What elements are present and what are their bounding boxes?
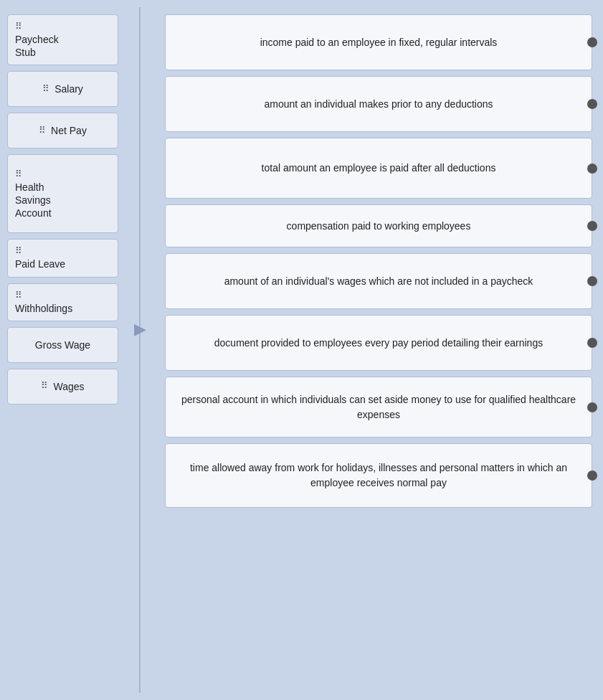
def-card-paycheck[interactable]: document provided to employees every pay… [165,315,592,371]
term-label-wages: Wages [53,380,84,393]
connector-dot-hsa [587,402,597,412]
drag-icon-salary: ⠿ [42,83,50,94]
def-text-net: total amount an employee is paid after a… [262,161,496,176]
term-wages[interactable]: ⠿ Wages [7,369,118,405]
connector-dot-gross [587,99,597,109]
def-card-hsa[interactable]: personal account in which individuals ca… [165,377,592,438]
def-card-withholdings[interactable]: amount of an individual's wages which ar… [165,253,592,309]
drag-icon-net-pay: ⠿ [39,125,47,136]
def-card-wages[interactable]: compensation paid to working employees [165,204,592,247]
drag-icon-health-savings: ⠿ [15,169,23,179]
def-card-salary[interactable]: income paid to an employee in fixed, reg… [165,14,592,70]
term-label-salary: Salary [54,82,83,95]
connector-dot-net [587,164,597,174]
terms-column: ⠿ PaycheckStub ⠿ Salary ⠿ Net Pay ⠿ Heal… [0,7,125,693]
def-text-salary: income paid to an employee in fixed, reg… [260,35,498,50]
term-paid-leave[interactable]: ⠿ Paid Leave [7,239,118,277]
term-label-health-savings: HealthSavingsAccount [15,181,52,220]
connector-dot-paycheck [587,338,597,348]
def-text-wages: compensation paid to working employees [287,219,471,234]
def-card-paid-leave[interactable]: time allowed away from work for holidays… [165,443,592,508]
term-health-savings[interactable]: ⠿ HealthSavingsAccount [7,154,118,233]
def-text-withholdings: amount of an individual's wages which ar… [224,274,533,289]
def-card-gross[interactable]: amount an individual makes prior to any … [165,76,592,132]
def-text-gross: amount an individual makes prior to any … [264,97,493,112]
connector-dot-wages [587,221,597,231]
drag-icon-paid-leave: ⠿ [15,245,23,256]
term-label-net-pay: Net Pay [51,124,87,137]
def-text-paycheck: document provided to employees every pay… [214,336,543,351]
term-label-gross-wage: Gross Wage [35,339,90,351]
middle-divider: ▶ [125,7,154,693]
term-salary[interactable]: ⠿ Salary [7,71,118,107]
term-label-paid-leave: Paid Leave [15,257,65,270]
term-gross-wage[interactable]: Gross Wage [7,327,118,363]
drag-icon-wages: ⠿ [41,380,49,391]
term-paycheck-stub[interactable]: ⠿ PaycheckStub [7,14,118,65]
def-text-paid-leave: time allowed away from work for holidays… [180,460,577,491]
connector-dot-paid-leave [587,470,597,481]
main-container: ⠿ PaycheckStub ⠿ Salary ⠿ Net Pay ⠿ Heal… [0,0,603,700]
term-net-pay[interactable]: ⠿ Net Pay [7,113,118,148]
term-label-withholdings: Withholdings [15,302,72,315]
drag-icon-withholdings: ⠿ [15,290,23,301]
drag-icon-paycheck-stub: ⠿ [15,21,23,32]
def-card-net[interactable]: total amount an employee is paid after a… [165,138,592,199]
term-label-paycheck-stub: PaycheckStub [15,33,59,59]
connector-dot-salary [587,37,597,47]
definitions-column: income paid to an employee in fixed, reg… [154,7,603,693]
middle-arrow-icon: ▶ [134,320,146,339]
connector-dot-withholdings [587,276,597,286]
term-withholdings[interactable]: ⠿ Withholdings [7,283,118,321]
def-text-hsa: personal account in which individuals ca… [180,392,577,422]
